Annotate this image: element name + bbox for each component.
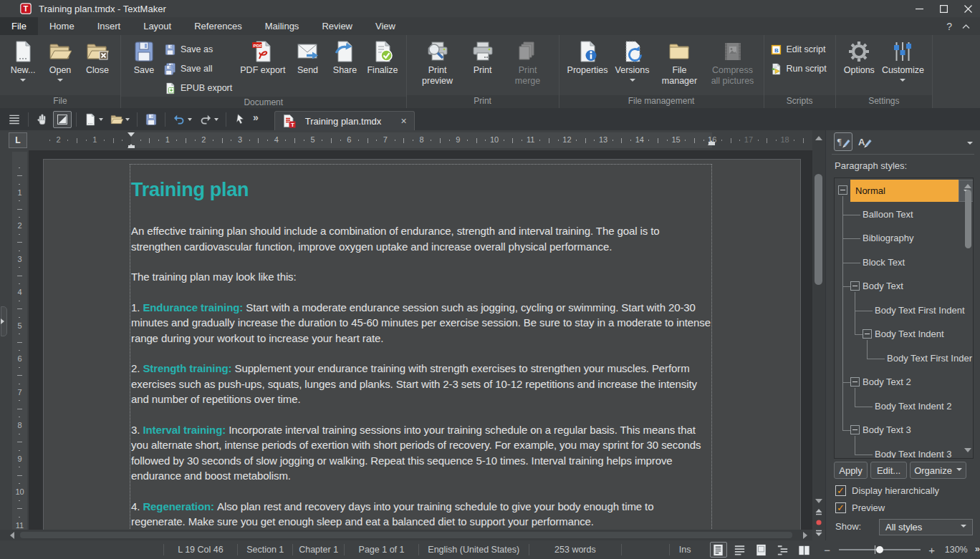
view-draft-button[interactable] bbox=[731, 542, 749, 558]
left-panel-handle[interactable] bbox=[1, 306, 7, 336]
menu-tab-home[interactable]: Home bbox=[38, 17, 86, 35]
display-hierarchically-checkbox[interactable]: ✓ Display hierarchically bbox=[835, 485, 939, 496]
help-icon[interactable]: ? bbox=[946, 21, 952, 32]
style-list-item[interactable]: Body Text Indent 2 bbox=[835, 395, 973, 419]
menu-tab-layout[interactable]: Layout bbox=[132, 17, 183, 35]
save-button[interactable]: Save bbox=[125, 38, 163, 76]
list-scroll-down-icon[interactable] bbox=[964, 448, 971, 456]
document-content[interactable]: Training plan An effective training plan… bbox=[130, 165, 711, 530]
previous-page-icon[interactable] bbox=[814, 507, 824, 517]
finalize-button[interactable]: Finalize bbox=[363, 38, 401, 76]
customize-button[interactable]: Customize bbox=[878, 38, 928, 84]
browse-object-icon[interactable] bbox=[814, 517, 824, 528]
zoom-out-icon[interactable]: − bbox=[822, 544, 833, 556]
style-list-item[interactable]: Block Text bbox=[835, 251, 973, 275]
toolbar-overflow-icon[interactable]: » bbox=[250, 112, 261, 123]
tree-collapse-icon[interactable] bbox=[850, 425, 860, 434]
document-tab[interactable]: T Training plan.tmdx × bbox=[274, 111, 415, 130]
zoom-in-icon[interactable]: + bbox=[926, 544, 938, 556]
scroll-left-icon[interactable] bbox=[7, 531, 16, 540]
share-button[interactable]: Share bbox=[326, 38, 363, 76]
pdf-export-button[interactable]: PDFPDF export bbox=[236, 38, 289, 76]
tree-collapse-icon[interactable] bbox=[850, 377, 860, 387]
zoom-slider[interactable] bbox=[839, 549, 921, 550]
paragraph-styles-list[interactable]: NormalBalloon TextBibliographyBlock Text… bbox=[834, 178, 974, 459]
menu-tab-references[interactable]: References bbox=[183, 17, 253, 35]
word-count[interactable]: 253 words bbox=[529, 544, 622, 555]
left-indent-box-marker[interactable] bbox=[128, 145, 135, 148]
scroll-right-icon[interactable] bbox=[801, 531, 810, 540]
insert-mode-indicator[interactable]: Ins bbox=[669, 544, 699, 555]
next-page-icon[interactable] bbox=[814, 528, 824, 538]
style-list-item[interactable]: Body Text Indent bbox=[835, 323, 973, 346]
print-button[interactable]: Print bbox=[464, 38, 501, 76]
language-indicator[interactable]: English (United States) bbox=[418, 544, 529, 555]
versions-button[interactable]: Versions bbox=[612, 38, 653, 84]
view-outline-button[interactable] bbox=[774, 542, 792, 558]
vertical-scrollbar-thumb[interactable] bbox=[815, 174, 822, 285]
list-scrollbar-thumb[interactable] bbox=[965, 190, 971, 248]
document-page[interactable]: Training plan An effective training plan… bbox=[43, 159, 801, 530]
horizontal-scrollbar-thumb[interactable] bbox=[20, 532, 792, 538]
print-preview-button[interactable]: Print preview bbox=[411, 38, 464, 87]
apply-button[interactable]: Apply bbox=[834, 462, 868, 479]
collapse-ribbon-icon[interactable] bbox=[962, 24, 970, 29]
zoom-slider-thumb[interactable] bbox=[876, 546, 883, 553]
file-manager-button[interactable]: File manager bbox=[653, 38, 706, 87]
save-as-button[interactable]: Save as bbox=[164, 41, 232, 58]
sidebar-options-dropdown-icon[interactable] bbox=[967, 142, 973, 147]
menu-button[interactable] bbox=[5, 111, 24, 128]
chapter-indicator[interactable]: Chapter 1 bbox=[292, 544, 344, 555]
select-pointer-button[interactable] bbox=[231, 111, 249, 128]
new-button[interactable]: New... bbox=[4, 38, 42, 84]
menu-tab-insert[interactable]: Insert bbox=[86, 17, 133, 35]
view-normal-button[interactable] bbox=[710, 542, 727, 558]
save-button[interactable] bbox=[142, 111, 160, 128]
send-button[interactable]: Send bbox=[289, 38, 326, 76]
list-scroll-up-icon[interactable] bbox=[964, 180, 971, 188]
menu-tab-file[interactable]: File bbox=[0, 17, 38, 35]
minimize-button[interactable] bbox=[907, 0, 931, 17]
run-script-button[interactable]: Run script bbox=[770, 60, 827, 77]
edit-button[interactable]: Edit... bbox=[870, 462, 907, 479]
show-styles-select[interactable]: All styles bbox=[879, 519, 973, 535]
first-line-indent-marker[interactable] bbox=[128, 132, 135, 140]
vertical-scrollbar[interactable] bbox=[812, 130, 825, 530]
open-button[interactable]: Open bbox=[42, 38, 79, 84]
scroll-down-icon[interactable] bbox=[815, 497, 823, 505]
view-page-button[interactable] bbox=[753, 542, 770, 558]
page-indicator[interactable]: Page 1 of 1 bbox=[344, 544, 418, 555]
cursor-position[interactable]: L 19 Col 46 bbox=[163, 544, 238, 555]
maximize-button[interactable] bbox=[931, 0, 956, 17]
new-document-button[interactable] bbox=[81, 111, 106, 128]
menu-tab-review[interactable]: Review bbox=[310, 17, 364, 35]
tree-collapse-icon[interactable] bbox=[838, 185, 847, 195]
character-styles-icon[interactable]: A bbox=[855, 132, 874, 151]
properties-button[interactable]: Properties bbox=[564, 38, 612, 76]
style-list-item[interactable]: Normal bbox=[835, 179, 973, 203]
undo-button[interactable] bbox=[170, 111, 195, 128]
menu-tab-mailings[interactable]: Mailings bbox=[254, 17, 311, 35]
right-indent-box-marker[interactable] bbox=[708, 142, 715, 145]
organize-button[interactable]: Organize bbox=[910, 462, 966, 479]
menu-tab-view[interactable]: View bbox=[364, 17, 407, 35]
close-button[interactable] bbox=[956, 0, 980, 17]
options-button[interactable]: Options bbox=[840, 38, 878, 76]
sidebar-toggle-button[interactable] bbox=[53, 111, 72, 128]
touch-mode-button[interactable] bbox=[33, 111, 52, 128]
paragraph-styles-icon[interactable]: ¶ bbox=[834, 132, 852, 151]
edit-script-button[interactable]: BEdit script bbox=[770, 41, 827, 58]
preview-checkbox[interactable]: ✓ Preview bbox=[835, 502, 885, 513]
style-list-item[interactable]: Body Text Indent 3 bbox=[835, 443, 973, 460]
status-overflow-icon[interactable]: » bbox=[975, 543, 980, 554]
horizontal-scrollbar[interactable] bbox=[0, 530, 812, 540]
style-list-item[interactable]: Balloon Text bbox=[835, 203, 973, 227]
zoom-level[interactable]: 130% bbox=[945, 545, 968, 555]
section-indicator[interactable]: Section 1 bbox=[237, 544, 292, 555]
tab-stop-selector[interactable]: L bbox=[9, 132, 27, 148]
style-list-item[interactable]: Body Text First Inder bbox=[835, 347, 973, 371]
save-all-button[interactable]: Save all bbox=[164, 60, 232, 77]
tree-collapse-icon[interactable] bbox=[850, 281, 860, 291]
close-button[interactable]: Close bbox=[79, 38, 116, 76]
view-book-button[interactable] bbox=[796, 542, 813, 558]
